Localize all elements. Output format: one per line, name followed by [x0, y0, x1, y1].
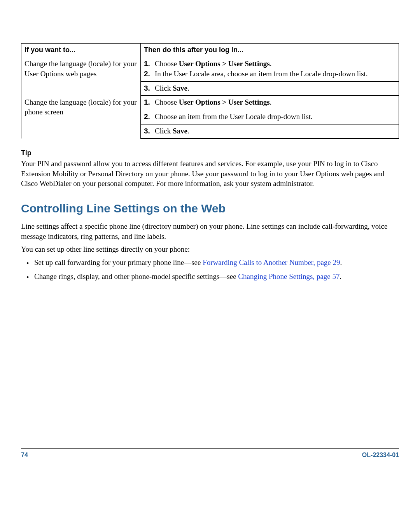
list-item: • Change rings, display, and other phone… [21, 272, 399, 282]
tip-heading: Tip [21, 149, 399, 157]
step-text: Click Save. [152, 83, 396, 93]
section-heading: Controlling Line Settings on the Web [21, 202, 399, 215]
step-num: 1. [144, 97, 152, 107]
row2-step1: 1. Choose User Options > User Settings. [141, 96, 399, 110]
paragraph: Line settings affect a specific phone li… [21, 221, 399, 241]
row2-left: Change the language (locale) for your ph… [21, 96, 141, 138]
table-header-row: If you want to... Then do this after you… [21, 43, 399, 57]
row2-step3: 3. Click Save. [141, 124, 399, 138]
bullet-list: • Set up call forwarding for your primar… [21, 258, 399, 282]
step-text: In the User Locale area, choose an item … [152, 69, 396, 79]
page-number: 74 [21, 452, 28, 459]
step-num: 3. [144, 83, 152, 93]
footer: 74 OL-22334-01 [21, 448, 399, 459]
row1-step3: 3. Click Save. [141, 81, 399, 96]
step-num: 2. [144, 112, 152, 122]
list-item-text: Change rings, display, and other phone-m… [34, 272, 399, 282]
step-text: Click Save. [152, 126, 396, 136]
table-header-left: If you want to... [21, 43, 141, 57]
row1-left: Change the language (locale) for your Us… [21, 57, 141, 96]
table-row: Change the language (locale) for your ph… [21, 96, 399, 110]
bullet-icon: • [21, 272, 34, 282]
step-text: Choose an item from the User Locale drop… [152, 112, 396, 122]
procedure-table: If you want to... Then do this after you… [21, 43, 399, 139]
bullet-icon: • [21, 258, 34, 268]
page: If you want to... Then do this after you… [0, 0, 420, 510]
list-item-text: Set up call forwarding for your primary … [34, 258, 399, 268]
step-num: 3. [144, 126, 152, 136]
tip-body: Your PIN and password allow you to acces… [21, 159, 399, 189]
step-num: 2. [144, 69, 152, 79]
row1-step1: 1. Choose User Options > User Settings. … [141, 57, 399, 81]
step-text: Choose User Options > User Settings. [152, 97, 396, 107]
table-row: Change the language (locale) for your Us… [21, 57, 399, 81]
list-item: • Set up call forwarding for your primar… [21, 258, 399, 268]
paragraph: You can set up other line settings direc… [21, 244, 399, 254]
step-num: 1. [144, 59, 152, 69]
step-text: Choose User Options > User Settings. [152, 59, 396, 69]
row2-step2: 2. Choose an item from the User Locale d… [141, 110, 399, 124]
xref-link[interactable]: Changing Phone Settings, page 57 [238, 272, 340, 280]
table-header-right: Then do this after you log in... [141, 43, 399, 57]
xref-link[interactable]: Forwarding Calls to Another Number, page… [203, 258, 340, 266]
doc-id: OL-22334-01 [362, 452, 399, 459]
